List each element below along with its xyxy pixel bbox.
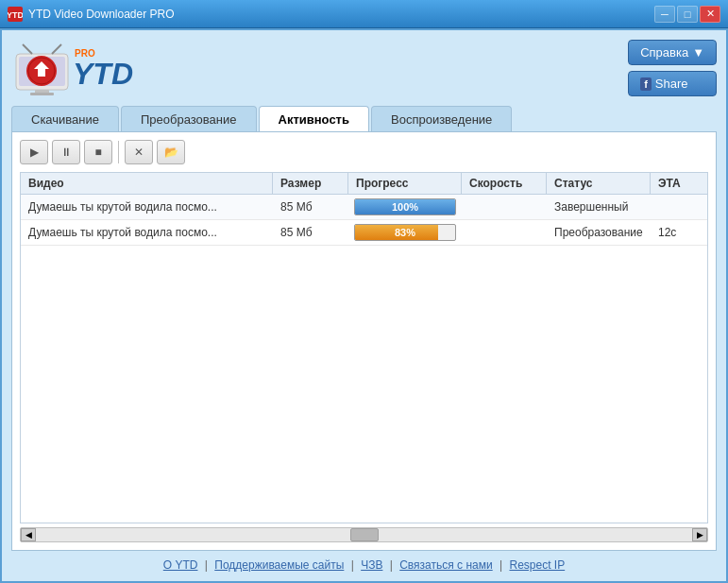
main-window: PRO YTD Справка ▼ f Share Скачивание Пре… — [0, 28, 728, 583]
share-label: Share — [655, 77, 688, 91]
stop-button[interactable]: ■ — [84, 140, 112, 164]
play-icon: ▶ — [30, 146, 39, 159]
folder-button[interactable]: 📂 — [157, 140, 185, 164]
scroll-left-button[interactable]: ◀ — [21, 528, 36, 541]
footer-link-contact[interactable]: Связаться с нами — [399, 558, 492, 572]
progress-bar-2: 83% — [354, 224, 456, 241]
tabs: Скачивание Преобразование Активность Вос… — [11, 106, 717, 132]
col-speed: Скорость — [462, 173, 547, 194]
window-controls: ─ □ ✕ — [654, 6, 720, 23]
footer-sep-1: | — [205, 558, 211, 572]
col-video: Видео — [21, 173, 273, 194]
app-icon: YTD — [8, 7, 23, 22]
cell-progress-1: 100% — [348, 195, 462, 219]
spravka-label: Справка — [640, 45, 688, 60]
toolbar-divider — [118, 141, 119, 163]
table-empty-area — [21, 246, 707, 435]
cell-size-1: 85 Мб — [273, 195, 348, 219]
cell-video-2: Думаешь ты крутой водила посмо... — [21, 220, 273, 245]
logo-svg — [11, 41, 73, 95]
toolbar: ▶ ⏸ ■ ✕ 📂 — [20, 140, 708, 164]
table-row[interactable]: Думаешь ты крутой водила посмо... 85 Мб … — [21, 220, 707, 246]
cell-video-1: Думаешь ты крутой водила посмо... — [21, 195, 273, 219]
maximize-button[interactable]: □ — [677, 6, 698, 23]
footer-sep-3: | — [390, 558, 396, 572]
col-size: Размер — [273, 173, 348, 194]
share-button[interactable]: f Share — [628, 71, 717, 96]
header-buttons: Справка ▼ f Share — [628, 40, 717, 96]
footer-link-respect-ip[interactable]: Respect IP — [509, 558, 565, 572]
cell-eta-1 — [651, 195, 707, 219]
svg-text:YTD: YTD — [8, 10, 23, 20]
footer-sep-4: | — [499, 558, 505, 572]
spravka-arrow-icon: ▼ — [692, 45, 704, 60]
logo-container: PRO YTD — [11, 41, 133, 95]
spravka-button[interactable]: Справка ▼ — [628, 40, 717, 65]
cell-status-1: Завершенный — [547, 195, 651, 219]
svg-line-5 — [52, 44, 61, 54]
content-area: ▶ ⏸ ■ ✕ 📂 Видео Размер Прогресс Скорость — [11, 131, 717, 551]
header-area: PRO YTD Справка ▼ f Share — [11, 40, 717, 96]
col-eta: ЭТА — [651, 173, 707, 194]
app-logo — [11, 41, 73, 95]
logo-text: PRO YTD — [73, 48, 133, 89]
table-row[interactable]: Думаешь ты крутой водила посмо... 85 Мб … — [21, 195, 707, 220]
cancel-icon: ✕ — [134, 146, 144, 159]
play-button[interactable]: ▶ — [20, 140, 48, 164]
footer-link-about[interactable]: О YTD — [163, 558, 198, 572]
tab-activity[interactable]: Активность — [259, 106, 369, 132]
cell-status-2: Преобразование — [547, 220, 651, 245]
pause-button[interactable]: ⏸ — [52, 140, 80, 164]
tab-playback[interactable]: Воспроизведение — [371, 106, 512, 132]
pause-icon: ⏸ — [60, 146, 72, 159]
scroll-right-button[interactable]: ▶ — [692, 528, 707, 541]
tab-convert[interactable]: Преобразование — [121, 106, 257, 132]
col-status: Статус — [547, 173, 651, 194]
horizontal-scrollbar[interactable]: ◀ ▶ — [20, 527, 708, 542]
title-bar: YTD YTD Video Downloader PRO ─ □ ✕ — [0, 0, 728, 28]
footer: О YTD | Поддерживаемые сайты | ЧЗВ | Свя… — [11, 558, 717, 572]
progress-text-2: 83% — [355, 227, 455, 238]
cell-size-2: 85 Мб — [273, 220, 348, 245]
window-title: YTD Video Downloader PRO — [28, 8, 649, 21]
table-body: Думаешь ты крутой водила посмо... 85 Мб … — [20, 194, 708, 523]
tab-download[interactable]: Скачивание — [11, 106, 119, 132]
footer-link-sites[interactable]: Поддерживаемые сайты — [214, 558, 344, 572]
cancel-button[interactable]: ✕ — [125, 140, 153, 164]
facebook-icon: f — [640, 77, 652, 91]
cell-speed-2 — [462, 220, 547, 245]
footer-link-faq[interactable]: ЧЗВ — [361, 558, 382, 572]
col-progress: Прогресс — [348, 173, 462, 194]
scroll-thumb[interactable] — [350, 528, 379, 541]
stop-icon: ■ — [94, 146, 101, 159]
svg-rect-10 — [30, 93, 54, 95]
progress-bar-1: 100% — [354, 198, 456, 215]
cell-progress-2: 83% — [348, 220, 462, 245]
minimize-button[interactable]: ─ — [654, 6, 675, 23]
ytd-label: YTD — [73, 59, 133, 89]
table-header: Видео Размер Прогресс Скорость Статус ЭТ… — [20, 172, 708, 194]
cell-speed-1 — [462, 195, 547, 219]
cell-eta-2: 12с — [651, 220, 707, 245]
svg-line-4 — [23, 44, 32, 54]
scroll-track[interactable] — [36, 528, 692, 541]
close-button[interactable]: ✕ — [700, 6, 720, 23]
folder-icon: 📂 — [164, 146, 178, 159]
progress-text-1: 100% — [355, 201, 455, 213]
download-table: Видео Размер Прогресс Скорость Статус ЭТ… — [20, 172, 708, 523]
footer-sep-2: | — [351, 558, 357, 572]
